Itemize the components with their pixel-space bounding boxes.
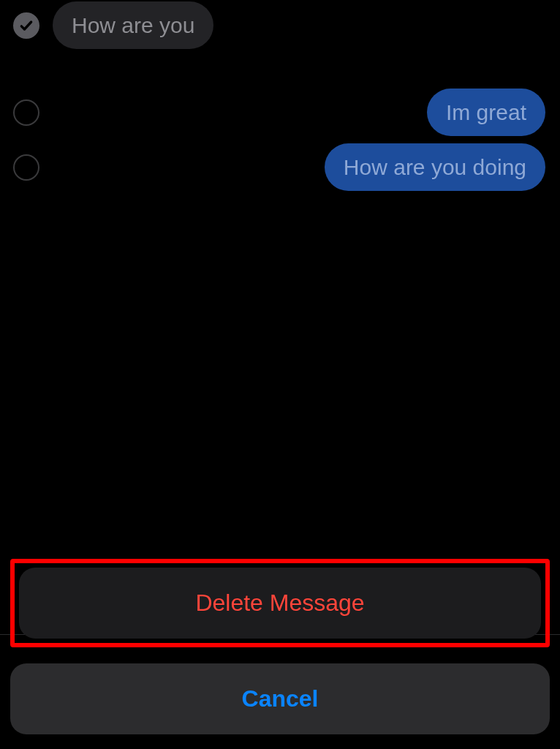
- cancel-button[interactable]: Cancel: [10, 663, 550, 734]
- action-sheet: Delete Message Cancel: [10, 559, 550, 734]
- selection-column: [0, 12, 53, 39]
- cancel-button-label: Cancel: [242, 685, 319, 712]
- select-message-checkbox[interactable]: [13, 12, 39, 39]
- message-text: How are you doing: [344, 155, 526, 179]
- message-bubble-outgoing[interactable]: How are you doing: [325, 143, 545, 191]
- selection-column: [0, 99, 53, 126]
- delete-button-label: Delete Message: [195, 590, 364, 616]
- message-text: Im great: [446, 100, 526, 124]
- select-message-checkbox[interactable]: [13, 99, 39, 126]
- delete-message-button[interactable]: Delete Message: [19, 568, 541, 639]
- chat-screen: How are you Im great How are you doing: [0, 0, 560, 749]
- selection-column: [0, 154, 53, 181]
- message-text: How are you: [72, 13, 194, 37]
- checkmark-icon: [19, 18, 34, 33]
- message-bubble-outgoing[interactable]: Im great: [427, 89, 545, 136]
- message-row: How are you doing: [0, 136, 560, 191]
- select-message-checkbox[interactable]: [13, 154, 39, 181]
- highlight-box: Delete Message: [10, 559, 550, 647]
- message-row: How are you: [0, 0, 560, 49]
- message-row: Im great: [0, 49, 560, 136]
- message-bubble-incoming[interactable]: How are you: [53, 1, 213, 49]
